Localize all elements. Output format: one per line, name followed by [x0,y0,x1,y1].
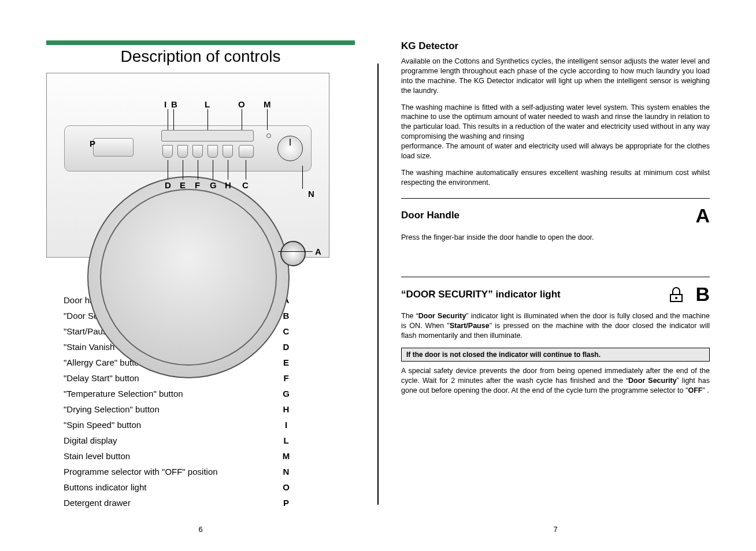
door-handle-heading: Door Handle [401,210,459,221]
legend-letter: L [277,433,295,448]
indicator-led-graphic [266,133,271,138]
kg-paragraph-4: The washing machine automatically ensure… [401,168,710,188]
section-letter-B: B [695,283,710,306]
bold-text: OFF [688,386,702,394]
button-graphic [192,145,203,158]
kg-detector-heading: KG Detector [401,40,710,52]
legend-letter: E [277,355,295,370]
separator-line [401,198,710,199]
legend-row: "Drying Selection" buttonH [64,401,355,417]
pointer-line [246,160,246,180]
accent-bar [46,40,355,45]
controls-title: Description of controls [46,47,355,66]
legend-name: "Drying Selection" button [64,401,277,417]
separator-line [401,277,710,277]
right-page: KG Detector Available on the Cottons and… [378,17,733,539]
button-row-graphic [162,145,233,158]
legend-letter: C [277,323,295,339]
door-security-paragraph-1: The “Door Security” indicator light is i… [401,311,710,341]
legend-row: Programme selector with "OFF" positionN [64,464,355,479]
page-number-left: 6 [198,525,202,534]
door-security-paragraph-2: A special safety device prevents the doo… [401,366,710,396]
diagram-label-I: I [164,99,166,109]
legend-name: "Temperature Selection" button [64,386,277,401]
door-handle-text: Press the finger-bar inside the door han… [401,233,710,243]
bold-text: Start/Pause [450,322,490,330]
pointer-line [168,160,168,180]
spacer [401,249,710,266]
legend-name: Digital display [64,433,277,448]
pointer-line [198,160,198,180]
kg-paragraph-3: performance. The amount of water and ele… [401,142,710,161]
legend-letter: M [277,448,295,464]
kg-paragraph-2: The washing machine is fitted with a sel… [401,103,710,142]
legend-letter: I [277,417,295,433]
diagram-label-E: E [180,180,186,190]
door-security-heading: “DOOR SECURITY” indicator light [401,289,561,300]
pointer-line [207,109,208,130]
kg-paragraph-1: Available on the Cottons and Synthetics … [401,57,710,96]
detergent-drawer-graphic [93,138,134,157]
legend-name: "Spin Speed" button [64,417,277,433]
legend-letter: H [277,401,295,417]
button-graphic [207,145,218,158]
pointer-line [242,109,242,130]
legend-row: Buttons indicator lightO [64,479,355,495]
door-security-heading-row: “DOOR SECURITY” indicator light B [401,283,710,306]
button-graphic [177,145,188,158]
legend-row: "Spin Speed" buttonI [64,417,355,433]
diagram-label-C: C [242,180,249,190]
diagram-label-N: N [308,189,314,199]
programme-dial-graphic [277,136,303,161]
start-button-graphic [239,145,254,158]
door-handle-graphic [280,241,306,266]
pointer-line [267,109,268,130]
text-fragment: The “ [401,312,418,320]
diagram-label-L: L [205,99,210,109]
diagram-label-H: H [225,180,231,190]
diagram-label-A: A [315,247,321,256]
pointer-line [168,109,168,130]
section-letter-A: A [695,204,710,227]
door-security-highlight: If the door is not closed the indicator … [401,348,710,362]
pointer-line [228,160,228,180]
lock-shackle [672,287,680,294]
two-page-spread: Description of controls [0,0,756,551]
button-graphic [162,145,173,158]
legend-letter: G [277,386,295,401]
legend-name: Programme selector with "OFF" position [64,464,277,479]
legend-letter: F [277,370,295,386]
lock-icon [669,287,684,302]
diagram-label-F: F [195,180,200,190]
legend-letter: N [277,464,295,479]
bold-text: Door Security [628,377,677,385]
legend-name: Stain level button [64,448,277,464]
legend-row: "Temperature Selection" buttonG [64,386,355,401]
pointer-line [183,160,183,180]
diagram-label-O: O [238,99,245,109]
door-handle-heading-row: Door Handle A [401,204,710,227]
diagram-label-G: G [210,180,217,190]
legend-row: Stain level buttonM [64,448,355,464]
legend-name: Buttons indicator light [64,479,277,495]
diagram-label-B: B [171,99,177,109]
legend-row: Detergent drawerP [64,495,355,511]
diagram-label-P: P [90,139,95,148]
page-number-right: 7 [553,525,557,534]
digital-display-graphic [161,130,254,142]
pointer-line [302,166,303,189]
pointer-line [213,160,213,180]
legend-name: Detergent drawer [64,495,277,511]
bold-text: Door Security [418,312,466,320]
text-fragment: " . [702,386,709,394]
legend-letter: O [277,479,295,495]
legend-row: Digital displayL [64,433,355,448]
button-graphic [223,145,233,158]
diagram-label-D: D [165,180,171,190]
legend-letter: D [277,339,295,355]
door-graphic [87,176,290,378]
control-panel-diagram: I B L O M P D E F G H C N A [46,73,329,258]
pointer-line [173,109,174,130]
left-page: Description of controls [23,17,378,539]
pointer-line [278,251,313,252]
